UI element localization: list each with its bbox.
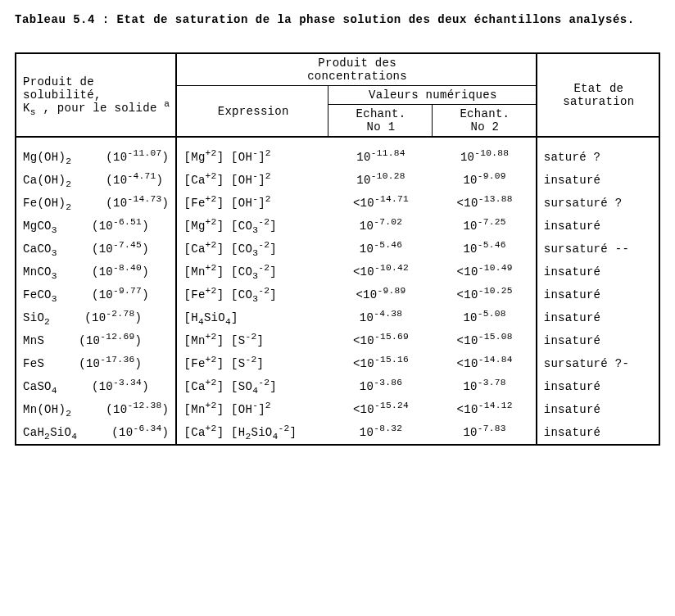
compound: Mg(OH)2	[23, 151, 71, 164]
table-row: MgCO3 (10-6.51)[Mg+2] [CO3-2]10-7.0210-7…	[16, 215, 659, 238]
table-row: FeCO3 (10-9.77)[Fe+2] [CO3-2]<10-9.89<10…	[16, 283, 659, 306]
cell-compound-ks: CaCO3 (10-7.45)	[16, 238, 176, 260]
header-values: Valeurs numériques	[328, 86, 536, 105]
table-body: Mg(OH)2 (10-11.07)[Mg+2] [OH-]210-11.841…	[16, 146, 659, 445]
cell-value-1: 10-5.46	[328, 238, 432, 260]
cell-value-1: 10-8.32	[328, 421, 432, 445]
table-row: Fe(OH)2 (10-14.73)[Fe+2] [OH-]2<10-14.71…	[16, 192, 659, 215]
cell-state: insaturé	[537, 215, 659, 238]
cell-compound-ks: SiO2 (10-2.78)	[16, 306, 176, 329]
cell-value-2: 10-5.08	[433, 306, 537, 329]
cell-value-2: 10-7.25	[433, 215, 537, 238]
cell-compound-ks: FeS (10-17.36)	[16, 352, 176, 375]
compound: CaCO3	[23, 242, 57, 256]
cell-expression: [Ca+2] [H2SiO4-2]	[176, 421, 328, 445]
table-row: Mg(OH)2 (10-11.07)[Mg+2] [OH-]210-11.841…	[16, 146, 659, 169]
table-row: FeS (10-17.36)[Fe+2] [S-2]<10-15.16<10-1…	[16, 352, 659, 375]
cell-value-1: <10-10.42	[328, 260, 432, 283]
cell-compound-ks: Fe(OH)2 (10-14.73)	[16, 192, 176, 215]
table-row: Ca(OH)2 (10-4.71)[Ca+2] [OH-]210-10.2810…	[16, 169, 659, 192]
cell-value-1: <10-15.16	[328, 352, 432, 375]
cell-compound-ks: Ca(OH)2 (10-4.71)	[16, 169, 176, 192]
compound: MgCO3	[23, 220, 57, 233]
cell-expression: [Fe+2] [S-2]	[176, 352, 328, 375]
cell-state: insaturé	[537, 421, 659, 445]
table-row: SiO2 (10-2.78)[H4SiO4]10-4.3810-5.08insa…	[16, 306, 659, 329]
compound: CaSO4	[23, 380, 57, 393]
header-echant-2: Echant. No 2	[433, 105, 537, 138]
cell-value-1: <10-14.71	[328, 192, 432, 215]
cell-state: insaturé	[537, 329, 659, 352]
cell-value-1: 10-3.86	[328, 375, 432, 398]
cell-value-2: 10-3.78	[433, 375, 537, 398]
cell-value-2: <10-10.49	[433, 260, 537, 283]
table-caption: Tableau 5.4 : Etat de saturation de la p…	[15, 13, 660, 26]
cell-value-1: 10-11.84	[328, 146, 432, 169]
compound: Mn(OH)2	[23, 403, 71, 416]
cell-expression: [Fe+2] [CO3-2]	[176, 283, 328, 306]
cell-expression: [Ca+2] [SO4-2]	[176, 375, 328, 398]
header-solubility: Produit de solubilité,Ks , pour le solid…	[16, 53, 176, 137]
cell-compound-ks: Mg(OH)2 (10-11.07)	[16, 146, 176, 169]
cell-expression: [Ca+2] [OH-]2	[176, 169, 328, 192]
ks-value: (10-2.78)	[71, 311, 142, 324]
cell-value-2: 10-7.83	[433, 421, 537, 445]
header-echant-1: Echant. No 1	[328, 105, 432, 138]
compound: Fe(OH)2	[23, 197, 71, 210]
ks-value: (10-6.51)	[79, 220, 149, 233]
cell-state: insaturé	[537, 283, 659, 306]
ks-value: (10-4.71)	[93, 174, 163, 187]
saturation-table: Produit de solubilité,Ks , pour le solid…	[15, 52, 660, 446]
table-row: MnCO3 (10-8.40)[Mn+2] [CO3-2]<10-10.42<1…	[16, 260, 659, 283]
cell-compound-ks: FeCO3 (10-9.77)	[16, 283, 176, 306]
cell-compound-ks: MnS (10-12.69)	[16, 329, 176, 352]
compound: Ca(OH)2	[23, 174, 71, 187]
cell-compound-ks: MgCO3 (10-6.51)	[16, 215, 176, 238]
cell-expression: [Mn+2] [OH-]2	[176, 398, 328, 421]
table-row: MnS (10-12.69)[Mn+2] [S-2]<10-15.69<10-1…	[16, 329, 659, 352]
ks-value: (10-12.38)	[93, 403, 169, 416]
ks-value: (10-11.07)	[93, 151, 169, 164]
header-concentrations: Produit des concentrations	[176, 53, 536, 86]
cell-value-1: <10-15.24	[328, 398, 432, 421]
ks-value: (10-14.73)	[93, 197, 169, 210]
ks-value: (10-12.69)	[66, 334, 142, 347]
cell-value-1: <10-15.69	[328, 329, 432, 352]
cell-expression: [Ca+2] [CO3-2]	[176, 238, 328, 260]
table-row: Mn(OH)2 (10-12.38)[Mn+2] [OH-]2<10-15.24…	[16, 398, 659, 421]
ks-value: (10-3.34)	[79, 380, 149, 393]
cell-value-2: 10-9.09	[433, 169, 537, 192]
cell-compound-ks: CaSO4 (10-3.34)	[16, 375, 176, 398]
cell-value-1: 10-10.28	[328, 169, 432, 192]
cell-expression: [Mn+2] [S-2]	[176, 329, 328, 352]
table-row: CaH2SiO4 (10-6.34)[Ca+2] [H2SiO4-2]10-8.…	[16, 421, 659, 445]
cell-value-2: 10-5.46	[433, 238, 537, 260]
ks-value: (10-6.34)	[98, 426, 169, 439]
compound: FeS	[23, 357, 44, 370]
cell-state: saturé ?	[537, 146, 659, 169]
table-row: CaCO3 (10-7.45)[Ca+2] [CO3-2]10-5.4610-5…	[16, 238, 659, 260]
cell-expression: [Mg+2] [CO3-2]	[176, 215, 328, 238]
table-row: CaSO4 (10-3.34)[Ca+2] [SO4-2]10-3.8610-3…	[16, 375, 659, 398]
compound: MnCO3	[23, 265, 57, 279]
ks-value: (10-9.77)	[79, 288, 149, 301]
cell-value-2: <10-15.08	[433, 329, 537, 352]
cell-state: sursaturé ?-	[537, 352, 659, 375]
cell-state: sursaturé ?	[537, 192, 659, 215]
cell-expression: [Mg+2] [OH-]2	[176, 146, 328, 169]
ks-value: (10-8.40)	[79, 265, 149, 279]
cell-state: insaturé	[537, 260, 659, 283]
cell-value-2: <10-14.84	[433, 352, 537, 375]
ks-value: (10-17.36)	[66, 357, 142, 370]
cell-value-2: <10-14.12	[433, 398, 537, 421]
cell-compound-ks: CaH2SiO4 (10-6.34)	[16, 421, 176, 445]
cell-state: insaturé	[537, 398, 659, 421]
compound: CaH2SiO4	[23, 426, 77, 439]
header-state: Etat de saturation	[537, 53, 659, 137]
cell-state: insaturé	[537, 306, 659, 329]
cell-compound-ks: Mn(OH)2 (10-12.38)	[16, 398, 176, 421]
cell-value-1: 10-7.02	[328, 215, 432, 238]
compound: FeCO3	[23, 288, 57, 301]
cell-expression: [H4SiO4]	[176, 306, 328, 329]
cell-value-1: <10-9.89	[328, 283, 432, 306]
